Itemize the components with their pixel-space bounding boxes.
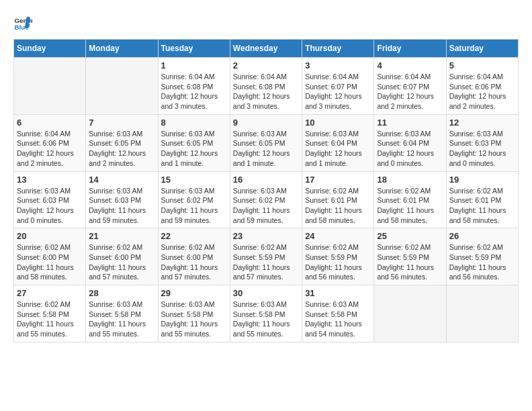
day-info: Sunrise: 6:02 AM Sunset: 5:59 PM Dayligh…	[377, 242, 443, 282]
day-info: Sunrise: 6:04 AM Sunset: 6:06 PM Dayligh…	[17, 129, 83, 169]
calendar-header-row: SundayMondayTuesdayWednesdayThursdayFrid…	[14, 40, 519, 58]
day-number: 30	[233, 288, 299, 298]
weekday-header-tuesday: Tuesday	[158, 40, 230, 58]
day-info: Sunrise: 6:03 AM Sunset: 5:58 PM Dayligh…	[305, 300, 371, 339]
day-number: 22	[161, 231, 227, 241]
day-info: Sunrise: 6:03 AM Sunset: 6:03 PM Dayligh…	[17, 186, 83, 226]
weekday-header-sunday: Sunday	[14, 40, 86, 58]
day-info: Sunrise: 6:03 AM Sunset: 6:05 PM Dayligh…	[89, 129, 154, 169]
day-number: 26	[449, 231, 515, 241]
day-number: 19	[449, 175, 515, 185]
day-number: 3	[305, 60, 371, 71]
calendar-cell: 18Sunrise: 6:02 AM Sunset: 6:01 PM Dayli…	[374, 171, 446, 228]
calendar-cell: 15Sunrise: 6:03 AM Sunset: 6:02 PM Dayli…	[158, 171, 230, 228]
calendar-cell	[374, 285, 446, 342]
calendar-cell	[446, 285, 518, 342]
day-info: Sunrise: 6:02 AM Sunset: 6:00 PM Dayligh…	[17, 242, 83, 282]
day-number: 8	[161, 118, 227, 128]
day-number: 13	[17, 175, 83, 185]
calendar-cell: 22Sunrise: 6:02 AM Sunset: 6:00 PM Dayli…	[158, 228, 230, 285]
day-info: Sunrise: 6:04 AM Sunset: 6:08 PM Dayligh…	[233, 72, 299, 111]
day-info: Sunrise: 6:03 AM Sunset: 6:05 PM Dayligh…	[233, 129, 299, 169]
day-info: Sunrise: 6:03 AM Sunset: 6:02 PM Dayligh…	[161, 186, 227, 226]
calendar-cell: 24Sunrise: 6:02 AM Sunset: 5:59 PM Dayli…	[302, 228, 374, 285]
calendar-cell: 7Sunrise: 6:03 AM Sunset: 6:05 PM Daylig…	[86, 114, 158, 171]
weekday-header-monday: Monday	[86, 40, 158, 58]
calendar-cell: 28Sunrise: 6:03 AM Sunset: 5:58 PM Dayli…	[86, 285, 158, 342]
day-number: 23	[233, 231, 299, 241]
day-number: 11	[377, 118, 443, 128]
calendar-week-1: 1Sunrise: 6:04 AM Sunset: 6:08 PM Daylig…	[14, 58, 519, 115]
day-number: 10	[305, 118, 371, 128]
calendar-cell: 25Sunrise: 6:02 AM Sunset: 5:59 PM Dayli…	[374, 228, 446, 285]
calendar-cell	[86, 58, 158, 115]
calendar-cell: 4Sunrise: 6:04 AM Sunset: 6:07 PM Daylig…	[374, 58, 446, 115]
day-number: 31	[305, 288, 371, 298]
day-info: Sunrise: 6:02 AM Sunset: 6:00 PM Dayligh…	[161, 242, 227, 282]
day-info: Sunrise: 6:02 AM Sunset: 6:01 PM Dayligh…	[377, 186, 443, 226]
calendar-cell: 17Sunrise: 6:02 AM Sunset: 6:01 PM Dayli…	[302, 171, 374, 228]
calendar-cell: 29Sunrise: 6:03 AM Sunset: 5:58 PM Dayli…	[158, 285, 230, 342]
day-number: 6	[17, 118, 83, 128]
calendar-cell: 11Sunrise: 6:03 AM Sunset: 6:04 PM Dayli…	[374, 114, 446, 171]
day-info: Sunrise: 6:04 AM Sunset: 6:07 PM Dayligh…	[377, 72, 443, 111]
calendar-cell: 23Sunrise: 6:02 AM Sunset: 5:59 PM Dayli…	[230, 228, 302, 285]
day-number: 15	[161, 175, 227, 185]
weekday-header-thursday: Thursday	[302, 40, 374, 58]
day-info: Sunrise: 6:04 AM Sunset: 6:08 PM Dayligh…	[161, 72, 227, 111]
calendar-cell: 3Sunrise: 6:04 AM Sunset: 6:07 PM Daylig…	[302, 58, 374, 115]
day-number: 20	[17, 231, 83, 241]
weekday-header-wednesday: Wednesday	[230, 40, 302, 58]
day-number: 5	[449, 60, 515, 71]
calendar-cell: 21Sunrise: 6:02 AM Sunset: 6:00 PM Dayli…	[86, 228, 158, 285]
calendar-cell: 8Sunrise: 6:03 AM Sunset: 6:05 PM Daylig…	[158, 114, 230, 171]
calendar-cell: 1Sunrise: 6:04 AM Sunset: 6:08 PM Daylig…	[158, 58, 230, 115]
day-info: Sunrise: 6:02 AM Sunset: 6:01 PM Dayligh…	[305, 186, 371, 226]
day-info: Sunrise: 6:03 AM Sunset: 5:58 PM Dayligh…	[161, 300, 227, 339]
day-info: Sunrise: 6:02 AM Sunset: 5:58 PM Dayligh…	[17, 300, 83, 339]
day-number: 14	[89, 175, 154, 185]
calendar-week-3: 13Sunrise: 6:03 AM Sunset: 6:03 PM Dayli…	[14, 171, 519, 228]
day-info: Sunrise: 6:03 AM Sunset: 6:03 PM Dayligh…	[449, 129, 515, 169]
day-info: Sunrise: 6:02 AM Sunset: 5:59 PM Dayligh…	[449, 242, 515, 282]
calendar-cell: 26Sunrise: 6:02 AM Sunset: 5:59 PM Dayli…	[446, 228, 518, 285]
day-number: 24	[305, 231, 371, 241]
day-info: Sunrise: 6:02 AM Sunset: 6:01 PM Dayligh…	[449, 186, 515, 226]
day-info: Sunrise: 6:03 AM Sunset: 5:58 PM Dayligh…	[233, 300, 299, 339]
calendar-cell: 13Sunrise: 6:03 AM Sunset: 6:03 PM Dayli…	[14, 171, 86, 228]
day-number: 7	[89, 118, 154, 128]
calendar-cell: 6Sunrise: 6:04 AM Sunset: 6:06 PM Daylig…	[14, 114, 86, 171]
calendar-table: SundayMondayTuesdayWednesdayThursdayFrid…	[13, 39, 519, 342]
page-header: General Blue	[13, 13, 519, 32]
calendar-week-2: 6Sunrise: 6:04 AM Sunset: 6:06 PM Daylig…	[14, 114, 519, 171]
day-info: Sunrise: 6:02 AM Sunset: 5:59 PM Dayligh…	[305, 242, 371, 282]
day-info: Sunrise: 6:03 AM Sunset: 6:04 PM Dayligh…	[305, 129, 371, 169]
calendar-cell: 2Sunrise: 6:04 AM Sunset: 6:08 PM Daylig…	[230, 58, 302, 115]
weekday-header-saturday: Saturday	[446, 40, 518, 58]
day-info: Sunrise: 6:02 AM Sunset: 5:59 PM Dayligh…	[233, 242, 299, 282]
calendar-cell	[14, 58, 86, 115]
day-number: 1	[161, 60, 227, 71]
day-number: 16	[233, 175, 299, 185]
day-info: Sunrise: 6:04 AM Sunset: 6:07 PM Dayligh…	[305, 72, 371, 111]
day-info: Sunrise: 6:03 AM Sunset: 6:05 PM Dayligh…	[161, 129, 227, 169]
day-info: Sunrise: 6:03 AM Sunset: 6:02 PM Dayligh…	[233, 186, 299, 226]
day-number: 17	[305, 175, 371, 185]
day-info: Sunrise: 6:03 AM Sunset: 5:58 PM Dayligh…	[89, 300, 154, 339]
svg-text:Blue: Blue	[14, 24, 29, 31]
calendar-cell: 14Sunrise: 6:03 AM Sunset: 6:03 PM Dayli…	[86, 171, 158, 228]
calendar-cell: 9Sunrise: 6:03 AM Sunset: 6:05 PM Daylig…	[230, 114, 302, 171]
day-number: 12	[449, 118, 515, 128]
calendar-week-5: 27Sunrise: 6:02 AM Sunset: 5:58 PM Dayli…	[14, 285, 519, 342]
day-info: Sunrise: 6:04 AM Sunset: 6:06 PM Dayligh…	[449, 72, 515, 111]
calendar-cell: 16Sunrise: 6:03 AM Sunset: 6:02 PM Dayli…	[230, 171, 302, 228]
calendar-cell: 19Sunrise: 6:02 AM Sunset: 6:01 PM Dayli…	[446, 171, 518, 228]
calendar-cell: 27Sunrise: 6:02 AM Sunset: 5:58 PM Dayli…	[14, 285, 86, 342]
logo-icon: General Blue	[13, 13, 32, 32]
day-info: Sunrise: 6:03 AM Sunset: 6:04 PM Dayligh…	[377, 129, 443, 169]
day-number: 29	[161, 288, 227, 298]
calendar-cell: 20Sunrise: 6:02 AM Sunset: 6:00 PM Dayli…	[14, 228, 86, 285]
day-number: 18	[377, 175, 443, 185]
day-number: 27	[17, 288, 83, 298]
day-number: 21	[89, 231, 154, 241]
